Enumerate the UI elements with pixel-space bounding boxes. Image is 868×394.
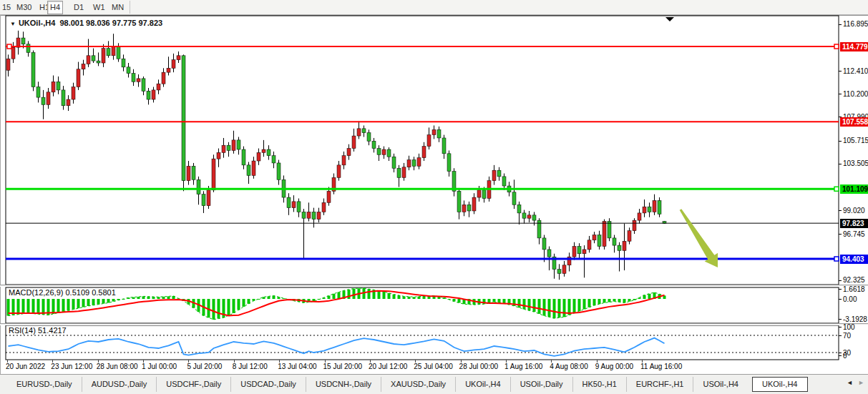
hline-anchor[interactable] — [834, 44, 839, 49]
macd-histogram-bar — [228, 299, 230, 315]
tab-usdcad-daily[interactable]: USDCAD-,Daily — [230, 377, 306, 392]
macd-line — [9, 288, 665, 320]
tab-eurusd-daily[interactable]: EURUSD-,Daily — [7, 377, 82, 392]
candle-bullish — [6, 59, 10, 70]
candle-bullish — [102, 49, 105, 63]
candle-bearish — [42, 97, 45, 104]
hline-anchor[interactable] — [7, 44, 11, 49]
timeframe-button-d1[interactable]: D1 — [72, 1, 86, 13]
tab-ukoil-h4-active[interactable]: UKOil-,H4 — [752, 377, 808, 392]
macd-histogram-bar — [573, 299, 576, 313]
tab-usoil-h4[interactable]: USOil-,H4 — [693, 377, 748, 392]
macd-histogram-bar — [268, 296, 270, 299]
candle-bearish — [367, 133, 371, 142]
candle-bullish — [207, 190, 210, 206]
macd-histogram-bar — [558, 299, 561, 317]
timeframe-button-m30[interactable]: M30 — [14, 1, 34, 13]
chart-canvas[interactable] — [0, 0, 868, 394]
candle-bullish — [222, 145, 225, 152]
candle-bearish — [547, 250, 551, 257]
tab-ukoil-h4[interactable]: UKOil-,H4 — [455, 377, 510, 392]
tab-audusd-daily[interactable]: AUDUSD-,Daily — [82, 377, 157, 392]
chart-shift-marker-icon[interactable] — [665, 17, 674, 21]
tab-xauusd-daily[interactable]: XAUUSD-,Daily — [381, 377, 455, 392]
timeframe-toolbar: 15 M30 H1 H4 D1 W1 MN — [0, 0, 868, 15]
hline-anchor[interactable] — [834, 257, 839, 261]
pane-separator-macd[interactable] — [0, 285, 868, 287]
macd-histogram-bar — [583, 299, 586, 309]
candle-bearish — [247, 165, 250, 176]
macd-histogram-bar — [263, 297, 265, 299]
candle-bearish — [412, 160, 416, 167]
candle-bearish — [36, 87, 40, 98]
candle-bullish — [317, 212, 321, 219]
macd-histogram-bar — [598, 299, 601, 304]
candle-bearish — [648, 207, 651, 212]
candle-bearish — [107, 49, 110, 56]
candle-bearish — [312, 212, 316, 219]
macd-histogram-bar — [413, 297, 416, 299]
candle-bullish — [257, 152, 260, 161]
macd-histogram-bar — [503, 299, 506, 303]
candle-bearish — [658, 200, 661, 214]
candle-bullish — [432, 129, 436, 134]
macd-histogram-bar — [57, 299, 60, 312]
candle-bullish — [162, 72, 165, 84]
candle-bearish — [272, 156, 275, 163]
macd-histogram-bar — [623, 299, 626, 302]
candle-bullish — [77, 69, 80, 87]
macd-histogram-bar — [423, 296, 426, 299]
macd-histogram-bar — [218, 299, 220, 319]
macd-histogram-bar — [553, 299, 556, 318]
macd-histogram-bar — [107, 299, 110, 302]
candle-bearish — [457, 191, 461, 212]
macd-histogram-bar — [82, 299, 85, 307]
tab-scroll-left-icon[interactable]: ◄ — [847, 379, 853, 386]
candle-bullish — [187, 166, 190, 180]
candle-bullish — [292, 202, 296, 208]
macd-histogram-bar — [233, 299, 235, 313]
candle-bullish — [157, 84, 160, 90]
candle-bullish — [628, 231, 631, 242]
candle-bullish — [87, 56, 90, 64]
candle-bearish — [618, 245, 621, 250]
candle-bullish — [212, 159, 215, 190]
pane-separator-rsi[interactable] — [0, 323, 868, 325]
tab-usoil-daily[interactable]: USOil-,Daily — [510, 377, 572, 392]
macd-histogram-bar — [77, 299, 80, 308]
timeframe-button-m15[interactable]: 15 — [0, 1, 13, 13]
tab-usdchf-daily[interactable]: USDCHF-,Daily — [156, 377, 230, 392]
candle-bearish — [237, 140, 240, 149]
candle-bearish — [387, 149, 391, 157]
timeframe-button-mn[interactable]: MN — [109, 1, 126, 13]
tab-hk50-h1[interactable]: HK50-,H1 — [572, 377, 626, 392]
macd-histogram-bar — [578, 299, 581, 311]
candle-bullish — [402, 167, 406, 178]
macd-histogram-bar — [243, 299, 245, 307]
hline-anchor[interactable] — [834, 187, 839, 191]
macd-histogram-bar — [618, 299, 621, 302]
macd-histogram-bar — [533, 299, 536, 312]
tab-scroll-right-icon[interactable]: ► — [858, 379, 864, 386]
macd-histogram-bar — [368, 289, 371, 299]
tab-usdcnh-daily[interactable]: USDCNH-,Daily — [306, 377, 381, 392]
candle-bearish — [127, 67, 130, 74]
tab-eurchf-h1[interactable]: EURCHF-,H1 — [626, 377, 693, 392]
candle-bearish — [447, 154, 451, 172]
toolbar-separator — [130, 1, 130, 14]
timeframe-button-w1[interactable]: W1 — [91, 1, 107, 13]
macd-histogram-bar — [403, 296, 406, 299]
candle-bullish — [112, 46, 115, 56]
candle-bearish — [377, 149, 381, 155]
candle-bearish — [192, 166, 195, 179]
macd-histogram-bar — [648, 294, 651, 299]
candle-bullish — [262, 149, 265, 152]
candle-bearish — [227, 145, 230, 150]
candle-bullish — [582, 250, 586, 254]
macd-histogram-bar — [17, 299, 20, 315]
candle-bearish — [362, 129, 366, 133]
timeframe-button-h4-active[interactable]: H4 — [47, 1, 63, 14]
macd-histogram-bar — [518, 299, 521, 307]
candle-bearish — [297, 202, 301, 212]
candle-bullish — [352, 136, 356, 148]
